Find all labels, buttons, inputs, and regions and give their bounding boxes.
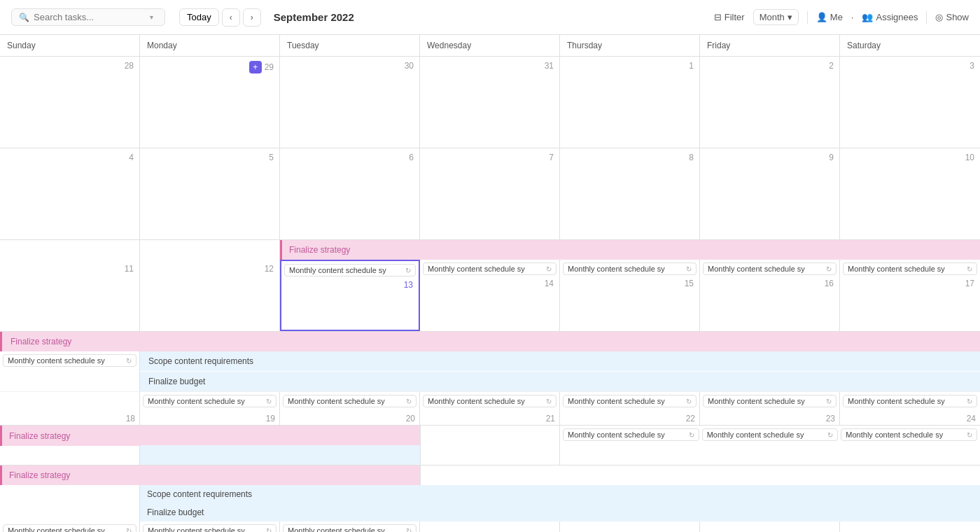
chip-sep13[interactable]: Monthly content schedule sy ↻	[284, 264, 416, 276]
show-label: Show	[946, 12, 969, 22]
sync-icon: ↻	[405, 267, 411, 274]
chip-wed-exp[interactable]: Monthly content schedule sy ↻	[423, 395, 556, 407]
scope-label-5: Scope content requirements	[147, 489, 252, 499]
chip-cell-fri-5	[700, 522, 840, 532]
chip-sep23[interactable]: Monthly content schedule sy ↻	[702, 428, 839, 441]
filter-label: Filter	[724, 12, 745, 22]
chip-sep16[interactable]: Monthly content schedule sy ↻	[703, 262, 836, 275]
next-arrow[interactable]: ›	[243, 8, 261, 27]
week-row-4: Finalize strategy Monthly content schedu…	[0, 426, 980, 465]
chip-sep22[interactable]: Monthly content schedule sy ↻	[563, 428, 699, 441]
cell-aug28[interactable]: 28	[0, 57, 140, 148]
finalize-budget-bar[interactable]: Finalize budget	[140, 372, 980, 391]
cell-sep31[interactable]: 31	[420, 57, 560, 148]
today-button[interactable]: Today	[179, 8, 219, 26]
prev-arrow[interactable]: ‹	[222, 8, 240, 27]
cell-sep6[interactable]: 6	[280, 148, 420, 239]
chip-sep14[interactable]: Monthly content schedule sy ↻	[423, 262, 556, 275]
chip-fri-exp[interactable]: Monthly content schedule sy ↻	[703, 395, 836, 407]
me-label: Me	[830, 12, 843, 22]
cell-sep9[interactable]: 9	[700, 148, 840, 239]
sync-icon-27: ↻	[406, 527, 412, 533]
cell-sep11[interactable]: 11	[0, 260, 140, 331]
finalize-strategy-label-4: Finalize strategy	[9, 431, 70, 441]
finalize-strategy-row-4: Finalize strategy Monthly content schedu…	[0, 426, 980, 445]
exp-chip-text-sun: Monthly content schedule sy	[8, 356, 123, 365]
chip-text-sep16: Monthly content schedule sy	[708, 265, 823, 273]
date-10: 10	[843, 151, 977, 165]
cell-sep2[interactable]: 2	[700, 57, 840, 148]
date-19: 19	[140, 412, 280, 425]
chip-sep26[interactable]: Monthly content schedule sy ↻	[143, 524, 276, 532]
sync-icon-25: ↻	[126, 527, 132, 533]
date-2: 2	[703, 59, 836, 74]
expanded-finalize-bar[interactable]: Finalize strategy	[0, 332, 980, 351]
chip-text-25: Monthly content schedule sy	[8, 526, 123, 532]
expanded-chips-w3: Monthly content schedule sy ↻ Scope cont…	[0, 351, 980, 372]
add-task-icon[interactable]: +	[249, 61, 262, 74]
cell-sep30[interactable]: 30	[280, 57, 420, 148]
cell-sep7[interactable]: 7	[420, 148, 560, 239]
scope-empty-2	[420, 445, 560, 465]
scope-content-bar[interactable]: Scope content requirements	[140, 351, 980, 371]
day-friday: Friday	[700, 35, 840, 56]
cell-sep8[interactable]: 8	[560, 148, 700, 239]
month-title: September 2022	[274, 11, 354, 23]
chip-tue-exp[interactable]: Monthly content schedule sy ↻	[283, 395, 416, 407]
topbar-right: ⊟ Filter Month ▾ 👤 Me · 👥 Assignees ◎ Sh…	[714, 9, 969, 25]
budget-bar-5[interactable]: Finalize budget	[140, 503, 980, 522]
month-dropdown[interactable]: Month ▾	[753, 9, 799, 25]
cell-sep3[interactable]: 3	[840, 57, 980, 148]
finalize-strategy-span[interactable]: Finalize strategy	[280, 240, 980, 260]
show-button[interactable]: ◎ Show	[935, 12, 969, 22]
exp-chip-sun[interactable]: Monthly content schedule sy ↻	[3, 354, 136, 367]
assignees-button[interactable]: 👥 Assignees	[862, 12, 918, 22]
cell-sep12[interactable]: 12	[140, 260, 280, 331]
finalize-empty-5	[420, 465, 980, 485]
finalize-strategy-row: Finalize strategy	[0, 240, 980, 260]
date-20: 20	[280, 412, 420, 425]
cell-aug29[interactable]: + 29	[140, 57, 280, 148]
chip-mon-exp[interactable]: Monthly content schedule sy ↻	[143, 395, 276, 407]
chip-sep25[interactable]: Monthly content schedule sy ↻	[3, 524, 136, 532]
filter-icon: ⊟	[714, 12, 722, 22]
date-3: 3	[843, 59, 977, 74]
finalize-span-5[interactable]: Finalize strategy	[0, 465, 420, 485]
cell-sep4[interactable]: 4	[0, 148, 140, 239]
date-15: 15	[563, 277, 696, 291]
search-box[interactable]: 🔍 ▾	[11, 8, 165, 26]
scope-empty-sun-5	[0, 485, 140, 503]
topbar: 🔍 ▾ Today ‹ › September 2022 ⊟ Filter Mo…	[0, 0, 980, 35]
date-7: 7	[423, 151, 556, 165]
me-button[interactable]: 👤 Me	[816, 12, 843, 22]
chip-sep15[interactable]: Monthly content schedule sy ↻	[563, 262, 696, 275]
cell-sep10[interactable]: 10	[840, 148, 980, 239]
cell-sep5[interactable]: 5	[140, 148, 280, 239]
chip-text-sep22: Monthly content schedule sy	[568, 430, 686, 439]
cell-sep1[interactable]: 1	[560, 57, 700, 148]
search-input[interactable]	[34, 12, 146, 22]
cell-sep14[interactable]: Monthly content schedule sy ↻ 14	[420, 260, 560, 331]
date-24: 24	[840, 412, 980, 425]
chip-text-mon-exp: Monthly content schedule sy	[148, 397, 263, 405]
date-1: 1	[563, 59, 696, 74]
finalize-strategy-span-4[interactable]: Finalize strategy	[0, 426, 420, 446]
cell-sep17[interactable]: Monthly content schedule sy ↻ 17	[840, 260, 980, 331]
chip-sat-exp[interactable]: Monthly content schedule sy ↻	[843, 395, 977, 407]
filter-button[interactable]: ⊟ Filter	[714, 12, 745, 22]
chip-thu-exp[interactable]: Monthly content schedule sy ↻	[563, 395, 696, 407]
day-headers: Sunday Monday Tuesday Wednesday Thursday…	[0, 35, 980, 57]
chip-text-wed-exp: Monthly content schedule sy	[428, 397, 543, 405]
exp-chip-cell-thu: Monthly content schedule sy ↻	[560, 392, 700, 412]
scope-bar-5[interactable]: Scope content requirements	[140, 485, 980, 503]
expanded-chips-row-3: Monthly content schedule sy ↻ Monthly co…	[0, 391, 980, 412]
chip-sep24[interactable]: Monthly content schedule sy ↻	[841, 428, 977, 441]
chip-sep27[interactable]: Monthly content schedule sy ↻	[283, 524, 416, 532]
chip-text-sep17: Monthly content schedule sy	[848, 265, 964, 273]
cell-sep16[interactable]: Monthly content schedule sy ↻ 16	[700, 260, 840, 331]
date-14: 14	[423, 277, 556, 291]
exp-chip-cell-tue: Monthly content schedule sy ↻	[280, 392, 420, 412]
cell-sep15[interactable]: Monthly content schedule sy ↻ 15	[560, 260, 700, 331]
chip-sep17[interactable]: Monthly content schedule sy ↻	[843, 262, 977, 275]
cell-sep13[interactable]: Monthly content schedule sy ↻ 13	[280, 260, 420, 331]
